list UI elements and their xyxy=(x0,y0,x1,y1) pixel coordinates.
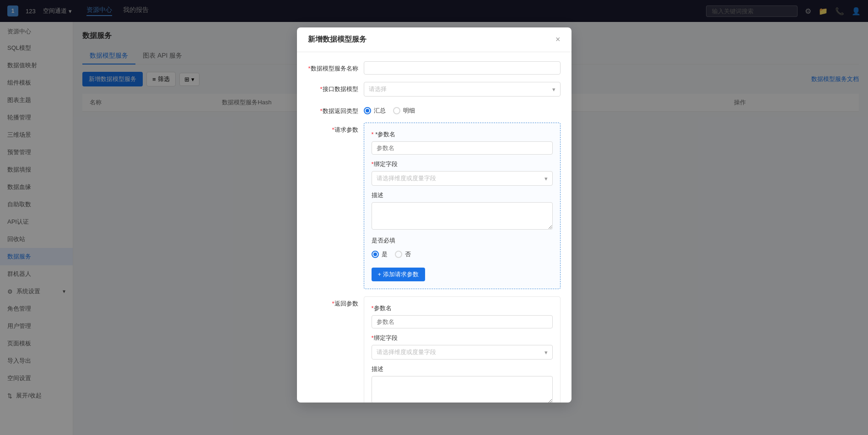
return-type-label: *数据返回类型 xyxy=(308,104,358,115)
req-required-group: 是否必填 是 否 xyxy=(372,236,553,258)
req-bind-field-group: *绑定字段 请选择维度或度量字段 ▾ xyxy=(372,160,553,186)
form-row-service-name: *数据模型服务名称 xyxy=(308,61,561,75)
select-arrow-icon: ▾ xyxy=(552,86,555,93)
return-params-label: *返回参数 xyxy=(308,296,358,308)
return-params-box: *参数名 *绑定字段 请选择维度或度量字段 ▾ xyxy=(364,296,561,403)
req-param-name-input[interactable] xyxy=(372,141,553,155)
ret-bind-field-group: *绑定字段 请选择维度或度量字段 ▾ xyxy=(372,334,553,360)
request-params-label: *请求参数 xyxy=(308,123,358,134)
radio-detail-label: 明细 xyxy=(403,107,415,115)
form-row-return-type: *数据返回类型 汇总 明细 xyxy=(308,104,561,115)
service-name-label: *数据模型服务名称 xyxy=(308,61,358,73)
ret-param-name-group: *参数名 xyxy=(372,304,553,328)
required-star: * xyxy=(372,131,374,138)
ret-param-name-label: *参数名 xyxy=(372,304,553,312)
radio-detail[interactable]: 明细 xyxy=(393,107,415,115)
ret-bind-field-label: *绑定字段 xyxy=(372,334,553,342)
add-request-param-button[interactable]: + 添加请求参数 xyxy=(372,268,425,281)
form-row-return-params: *返回参数 *参数名 *绑定字段 xyxy=(308,296,561,403)
radio-no-label: 否 xyxy=(405,250,411,258)
req-param-name-label: * *参数名 xyxy=(372,130,553,139)
ret-description-label: 描述 xyxy=(372,365,553,373)
interface-model-label: *接口数据模型 xyxy=(308,82,358,93)
req-required-radio-group: 是 否 xyxy=(372,247,553,258)
modal-close-button[interactable]: × xyxy=(555,35,561,44)
req-required-label: 是否必填 xyxy=(372,236,553,245)
required-star: * xyxy=(372,305,374,311)
radio-required-yes[interactable]: 是 xyxy=(372,250,388,258)
form-row-interface-model: *接口数据模型 请选择 ▾ xyxy=(308,82,561,97)
request-params-box: * *参数名 *绑定字段 请选择维度或度量字段 ▾ xyxy=(364,123,561,289)
ret-bind-field-select[interactable]: 请选择维度或度量字段 ▾ xyxy=(372,345,553,360)
required-star: * xyxy=(308,65,310,72)
radio-required-no[interactable]: 否 xyxy=(395,250,411,258)
radio-yes-circle xyxy=(372,251,379,258)
interface-model-select[interactable]: 请选择 ▾ xyxy=(364,82,561,97)
required-star: * xyxy=(320,86,322,92)
req-param-name-group: * *参数名 xyxy=(372,130,553,155)
bind-field-placeholder: 请选择维度或度量字段 xyxy=(377,174,436,183)
req-description-textarea[interactable] xyxy=(372,202,553,230)
req-description-label: 描述 xyxy=(372,191,553,199)
service-name-input[interactable] xyxy=(364,61,561,75)
radio-detail-circle xyxy=(393,107,400,114)
radio-summary-label: 汇总 xyxy=(374,107,386,115)
req-bind-field-select[interactable]: 请选择维度或度量字段 ▾ xyxy=(372,171,553,186)
ret-bind-field-placeholder: 请选择维度或度量字段 xyxy=(377,348,436,356)
required-star: * xyxy=(372,161,374,167)
required-star: * xyxy=(372,334,374,341)
ret-bind-arrow-icon: ▾ xyxy=(545,349,548,356)
modal: 新增数据模型服务 × *数据模型服务名称 *接口数据模型 请选择 ▾ xyxy=(297,27,571,403)
modal-overlay: 新增数据模型服务 × *数据模型服务名称 *接口数据模型 请选择 ▾ xyxy=(0,0,868,435)
radio-yes-label: 是 xyxy=(382,250,388,258)
ret-description-textarea[interactable] xyxy=(372,376,553,403)
req-description-group: 描述 xyxy=(372,191,553,231)
bind-field-arrow-icon: ▾ xyxy=(545,175,548,182)
modal-header: 新增数据模型服务 × xyxy=(297,27,571,52)
req-bind-field-label: *绑定字段 xyxy=(372,160,553,168)
radio-no-circle xyxy=(395,251,402,258)
modal-body: *数据模型服务名称 *接口数据模型 请选择 ▾ *数据返回类型 xyxy=(297,52,571,403)
ret-description-group: 描述 xyxy=(372,365,553,403)
form-row-request-params: *请求参数 * *参数名 *绑定字段 xyxy=(308,123,561,289)
interface-model-placeholder: 请选择 xyxy=(369,85,387,93)
radio-summary-circle xyxy=(364,107,371,114)
return-type-radio-group: 汇总 明细 xyxy=(364,104,415,115)
ret-param-name-input[interactable] xyxy=(372,315,553,328)
required-star: * xyxy=(332,300,334,307)
radio-summary[interactable]: 汇总 xyxy=(364,107,386,115)
modal-title: 新增数据模型服务 xyxy=(308,35,367,44)
required-star: * xyxy=(332,126,334,133)
required-star: * xyxy=(320,107,322,114)
